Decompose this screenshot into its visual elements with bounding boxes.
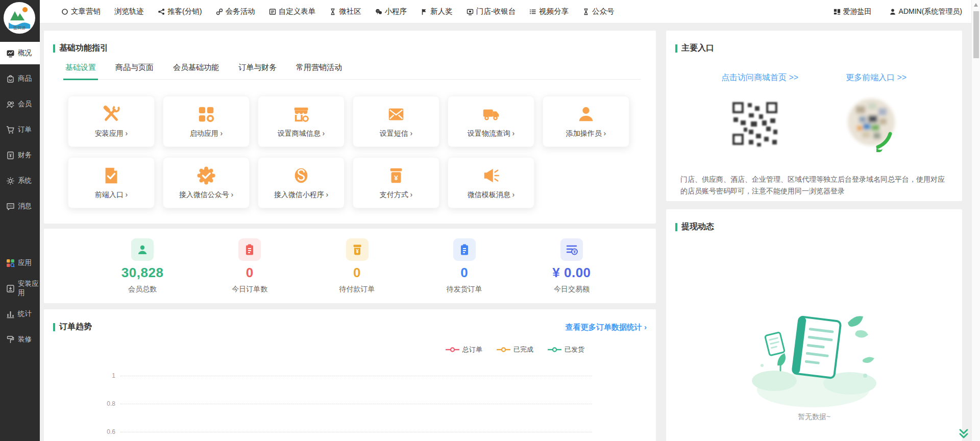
operator-icon xyxy=(576,105,596,124)
message-icon xyxy=(6,202,15,211)
legend-total-orders[interactable]: 总订单 xyxy=(446,345,482,354)
sidebar-item-orders[interactable]: 订单 xyxy=(0,118,40,141)
tab-orders-finance[interactable]: 订单与财务 xyxy=(238,63,277,79)
form-icon xyxy=(269,8,276,15)
guide-button-label: 设置物流查询 › xyxy=(468,129,515,138)
guide-wechat-oa-button[interactable]: 接入微信公众号 › xyxy=(163,157,250,208)
goods-icon xyxy=(6,75,15,83)
sidebar-item-goods[interactable]: 商品 xyxy=(0,67,40,90)
scrollbar-thumb[interactable] xyxy=(973,11,979,58)
empty-state-text: 暂无数据~ xyxy=(666,412,962,422)
sidebar-item-label: 财务 xyxy=(18,151,32,160)
list-icon xyxy=(529,8,536,15)
sidebar-item-system[interactable]: 系统 xyxy=(0,169,40,192)
legend-marker-icon xyxy=(548,347,561,352)
sidebar-item-overview[interactable]: 概况 xyxy=(0,42,40,64)
stat-label: 会员总数 xyxy=(128,285,157,294)
topnav-video-share[interactable]: 视频分享 xyxy=(529,7,569,16)
miniprogram-icon xyxy=(291,166,311,185)
guide-add-operator-button[interactable]: 添加操作员 › xyxy=(543,96,629,147)
stat-label: 今日订单数 xyxy=(232,285,267,294)
sidebar-item-messages[interactable]: 消息 xyxy=(0,195,40,217)
scrollbar-up-arrow-icon[interactable] xyxy=(974,3,978,7)
finance-icon xyxy=(6,151,15,160)
topnav-label: 小程序 xyxy=(385,7,407,16)
guide-logistics-button[interactable]: 设置物流查询 › xyxy=(448,96,534,147)
sidebar-item-fitment[interactable]: 装修 xyxy=(0,328,40,351)
topnav-store-pos[interactable]: 门店-收银台 xyxy=(467,7,516,16)
scroll-down-widget[interactable] xyxy=(958,428,970,440)
sidebar-item-label: 应用 xyxy=(18,258,32,267)
topnav-label: 文章营销 xyxy=(71,7,101,16)
tab-member-basics[interactable]: 会员基础功能 xyxy=(173,63,219,79)
guide-button-label: 安装应用 › xyxy=(95,129,128,138)
admin-user-menu[interactable]: ADMIN(系统管理员) xyxy=(889,7,962,16)
guide-frontend-entry-button[interactable]: 前端入口 › xyxy=(68,157,155,208)
install-icon xyxy=(6,284,15,293)
guide-mall-info-button[interactable]: 设置商城信息 › xyxy=(258,96,345,147)
fitment-icon xyxy=(6,335,15,344)
dashboard-icon xyxy=(6,49,15,58)
guide-button-label: 添加操作员 › xyxy=(566,129,606,138)
guide-row-1: 安装应用 › 启动应用 › 设置商城信息 › 设置短信 › 设置物流查询 › 添… xyxy=(68,96,629,147)
tools-icon xyxy=(102,105,121,124)
more-frontend-entry-link[interactable]: 更多前端入口 >> xyxy=(846,72,906,83)
megaphone-icon xyxy=(481,166,501,185)
order-trend-header: 订单趋势 xyxy=(44,309,656,332)
topnav-distribution[interactable]: 推客(分销) xyxy=(158,7,202,16)
topbar-nav: 文章营销 浏览轨迹 推客(分销) 会务活动 自定义表单 微社区 小程序 新人奖 xyxy=(61,7,615,16)
topnav-official-account[interactable]: 公众号 xyxy=(582,7,615,16)
right-column: 主要入口 点击访问商城首页 >> 更多前端入口 >> xyxy=(666,31,962,441)
sidebar-item-label: 装修 xyxy=(18,335,32,344)
gear-icon xyxy=(6,177,15,185)
guide-button-label: 接入微信公众号 › xyxy=(179,190,234,200)
legend-label: 已完成 xyxy=(513,345,533,354)
sidebar-item-label: 统计 xyxy=(18,309,32,318)
sidebar-item-apps[interactable]: 应用 xyxy=(0,252,40,274)
topnav-article-marketing[interactable]: 文章营销 xyxy=(61,7,101,16)
legend-marker-icon xyxy=(497,347,510,352)
more-order-stats-link[interactable]: 查看更多订单数据统计 › xyxy=(566,323,647,332)
sidebar-item-label: 商品 xyxy=(18,74,32,83)
y-axis-tick: 0.6 xyxy=(100,428,115,435)
guide-install-app-button[interactable]: 安装应用 › xyxy=(68,96,155,147)
guide-launch-app-button[interactable]: 启动应用 › xyxy=(163,96,250,147)
green-accent-bar xyxy=(675,223,677,231)
topnav-newcomer-award[interactable]: 新人奖 xyxy=(421,7,453,16)
empty-state-illustration xyxy=(748,304,880,409)
legend-completed[interactable]: 已完成 xyxy=(497,345,533,354)
sidebar-item-members[interactable]: 会员 xyxy=(0,93,40,115)
sidebar-item-statistics[interactable]: 统计 xyxy=(0,303,40,325)
guide-sms-button[interactable]: 设置短信 › xyxy=(353,96,439,147)
sidebar-item-finance[interactable]: 财务 xyxy=(0,144,40,166)
merchant-switcher[interactable]: 爱游盐田 xyxy=(834,7,872,16)
topnav-miniprogram[interactable]: 小程序 xyxy=(375,7,407,16)
topnav-community[interactable]: 微社区 xyxy=(329,7,361,16)
guide-payment-button[interactable]: ¥ 支付方式 › xyxy=(353,157,439,208)
sidebar-item-label: 消息 xyxy=(18,202,32,211)
sidebar-item-label: 安装应用 xyxy=(18,279,40,298)
main-entry-title: 主要入口 xyxy=(681,43,714,54)
stats-icon xyxy=(6,310,15,318)
topnav-conference[interactable]: 会务活动 xyxy=(216,7,255,16)
gridline xyxy=(120,404,592,404)
miniprogram-qr-code xyxy=(842,94,901,152)
guide-tabs: 基础设置 商品与页面 会员基础功能 订单与财务 常用营销活动 xyxy=(65,63,641,80)
tab-marketing[interactable]: 常用营销活动 xyxy=(296,63,342,79)
topnav-custom-form[interactable]: 自定义表单 xyxy=(269,7,316,16)
topnav-browse-track[interactable]: 浏览轨迹 xyxy=(114,7,144,16)
visit-mall-home-link[interactable]: 点击访问商城首页 >> xyxy=(721,72,798,83)
envelope-icon xyxy=(386,105,406,124)
guide-template-message-button[interactable]: 微信模板消息 › xyxy=(448,157,534,208)
green-accent-bar xyxy=(53,44,55,53)
tab-goods-pages[interactable]: 商品与页面 xyxy=(115,63,154,79)
legend-shipped[interactable]: 已发货 xyxy=(548,345,584,354)
vertical-scrollbar[interactable] xyxy=(971,0,980,441)
logo[interactable]: 盐田游 xyxy=(4,2,35,34)
withdraw-card: 提现动态 xyxy=(666,209,962,441)
stat-label: 待发货订单 xyxy=(447,285,482,294)
sidebar-item-install-apps[interactable]: 安装应用 xyxy=(0,277,40,300)
tab-basic-settings[interactable]: 基础设置 xyxy=(65,63,96,79)
storefront-icon xyxy=(291,105,311,124)
guide-miniprogram-button[interactable]: 接入微信小程序 › xyxy=(258,157,345,208)
